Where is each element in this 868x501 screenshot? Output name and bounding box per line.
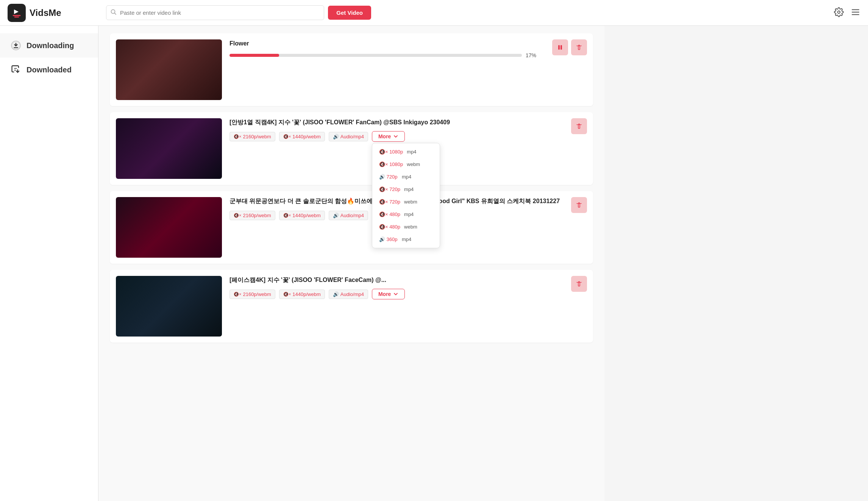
mute-icon-1440p: 🔇×: [283, 134, 291, 139]
format-tag-2160p[interactable]: 🔇× 2160p/webm: [229, 132, 275, 141]
video-info-1: Flower 17%: [222, 39, 548, 61]
format-tags-2: 🔇× 2160p/webm 🔇× 1440p/webm 🔊 Audio/mp4 …: [229, 131, 560, 142]
video-title-2: [안방1열 직캠4K] 지수 '꽃' (JISOO 'FLOWER' FanCa…: [229, 118, 560, 127]
video-thumb-4: [116, 276, 222, 337]
app-logo-icon: [8, 4, 26, 22]
dropdown-item-480p-webm[interactable]: 🔇× 480p webm: [372, 221, 440, 233]
video-info-2: [안방1열 직캠4K] 지수 '꽃' (JISOO 'FLOWER' FanCa…: [222, 118, 567, 142]
video-title-1: Flower: [229, 39, 541, 48]
more-button-2[interactable]: More: [372, 131, 405, 142]
search-input[interactable]: [106, 5, 324, 20]
format-tags-4: 🔇× 2160p/webm 🔇× 1440p/webm 🔊 Audio/mp4 …: [229, 289, 560, 299]
video-thumb-1: [116, 39, 222, 100]
logo-wrap: VidsMe: [8, 4, 106, 22]
format-tag-audio[interactable]: 🔊 Audio/mp4: [329, 132, 368, 141]
delete-button-4[interactable]: [571, 276, 587, 292]
video-card-2: [안방1열 직캠4K] 지수 '꽃' (JISOO 'FLOWER' FanCa…: [110, 112, 593, 185]
video-title-4: [페이스캠4K] 지수 '꽃' (JISOO 'FLOWER' FaceCam)…: [229, 276, 560, 284]
sidebar-item-downloaded[interactable]: Downloaded: [0, 58, 98, 82]
get-video-button[interactable]: Get Video: [328, 6, 371, 20]
sidebar-downloading-label: Downloading: [27, 41, 74, 50]
svg-line-5: [115, 13, 116, 14]
dropdown-item-1080p-mp4[interactable]: 🔇× 1080p mp4: [372, 146, 440, 158]
search-icon: [111, 9, 117, 17]
progress-bar-bg-1: [229, 54, 522, 57]
progress-percent-1: 17%: [526, 52, 541, 58]
card-actions-2: [567, 118, 587, 134]
sidebar-downloaded-label: Downloaded: [27, 66, 72, 74]
layout: Downloading Downloaded Flower 17: [0, 26, 868, 501]
svg-rect-15: [560, 45, 562, 50]
format-tag-3-audio[interactable]: 🔊 Audio/mp4: [329, 211, 368, 220]
format-tag-3-1440p[interactable]: 🔇× 1440p/webm: [279, 211, 325, 220]
format-tag-1440p[interactable]: 🔇× 1440p/webm: [279, 132, 325, 141]
card-actions-4: [567, 276, 587, 292]
delete-button-3[interactable]: [571, 197, 587, 213]
svg-point-6: [838, 11, 840, 13]
format-tag-4-audio[interactable]: 🔊 Audio/mp4: [329, 290, 368, 299]
audio-icon: 🔊: [333, 134, 339, 139]
dropdown-item-720p-mp4-2[interactable]: 🔇× 720p mp4: [372, 183, 440, 196]
app-name: VidsMe: [30, 8, 61, 18]
more-dropdown-wrap: More 🔇× 1080p mp4 🔇× 1080p: [372, 131, 405, 142]
video-card-1: Flower 17%: [110, 33, 593, 106]
format-tag-4-2160p[interactable]: 🔇× 2160p/webm: [229, 290, 275, 299]
card-actions-3: [567, 197, 587, 213]
sidebar-item-downloading[interactable]: Downloading: [0, 33, 98, 58]
delete-button-2[interactable]: [571, 118, 587, 134]
svg-rect-14: [558, 45, 560, 50]
progress-bar-fill-1: [229, 54, 279, 57]
svg-rect-0: [12, 8, 22, 18]
video-card-4: [페이스캠4K] 지수 '꽃' (JISOO 'FLOWER' FaceCam)…: [110, 270, 593, 343]
dropdown-item-720p-webm[interactable]: 🔇× 720p webm: [372, 196, 440, 208]
dropdown-item-480p-mp4[interactable]: 🔇× 480p mp4: [372, 208, 440, 221]
dropdown-item-720p-mp4-1[interactable]: 🔊 720p mp4: [372, 171, 440, 183]
menu-icon[interactable]: [851, 7, 860, 19]
search-input-wrap: [106, 5, 324, 20]
mute-icon-2160p: 🔇×: [234, 134, 241, 139]
settings-icon[interactable]: [834, 7, 844, 19]
sidebar: Downloading Downloaded: [0, 26, 98, 501]
more-dropdown-menu-2: 🔇× 1080p mp4 🔇× 1080p webm 🔊 720p mp4: [372, 143, 440, 248]
video-thumb-3: [116, 197, 222, 258]
delete-button-1[interactable]: [571, 39, 587, 55]
format-tag-3-2160p[interactable]: 🔇× 2160p/webm: [229, 211, 275, 220]
search-wrap: Get Video: [106, 5, 371, 20]
progress-wrap-1: 17%: [229, 52, 541, 58]
video-card-3: 군부대 위문공연보다 더 큰 솔로군단의 함성🔥미쓰에이(miss A) "Ba…: [110, 191, 593, 264]
video-info-4: [페이스캠4K] 지수 '꽃' (JISOO 'FLOWER' FaceCam)…: [222, 276, 567, 299]
more-button-4[interactable]: More: [372, 289, 405, 299]
video-thumb-2: [116, 118, 222, 179]
header: VidsMe Get Video: [0, 0, 868, 26]
main-content: Flower 17%: [98, 26, 604, 501]
pause-button-1[interactable]: [552, 39, 568, 55]
card-actions-1: [548, 39, 587, 55]
header-right: [834, 7, 860, 19]
dropdown-item-360p-mp4[interactable]: 🔊 360p mp4: [372, 233, 440, 246]
dropdown-item-1080p-webm[interactable]: 🔇× 1080p webm: [372, 158, 440, 171]
format-tag-4-1440p[interactable]: 🔇× 1440p/webm: [279, 290, 325, 299]
